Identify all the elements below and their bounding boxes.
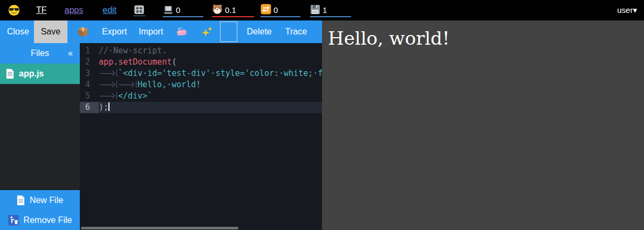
file-icon [6, 69, 14, 79]
file-name: app.js [19, 69, 44, 79]
remove-file-label: Remove File [24, 215, 72, 225]
brand-link[interactable]: TF [36, 5, 47, 15]
sparkles-icon[interactable] [201, 26, 213, 38]
workspace: Files « app.js New File [0, 43, 322, 230]
code-line: 1//·New·script. [80, 45, 322, 57]
export-button[interactable]: Export [102, 27, 127, 37]
import-button[interactable]: Import [139, 27, 163, 37]
code-token: ( [172, 57, 176, 67]
main-area: Close Save Export Import Delete Trace [0, 20, 644, 230]
package-icon[interactable] [77, 26, 89, 38]
control-knobs-icon[interactable] [133, 4, 145, 16]
apps-link[interactable]: apps [65, 5, 84, 15]
floppy-counter-value: 1 [323, 6, 327, 15]
laptop-counter-value: 0 [176, 6, 180, 15]
code-line: 5</div>` [80, 90, 322, 102]
preview-text: Hello, world! [328, 27, 644, 49]
code-line-content[interactable]: ); [99, 102, 322, 113]
delete-button[interactable]: Delete [247, 27, 272, 37]
repeat-counter-field[interactable]: 0 [261, 3, 300, 17]
sidebar-actions: New File Remove File [0, 190, 80, 230]
editor-lines: 1//·New·script.2app.setDocument(3`<div·i… [80, 45, 322, 113]
hamster-counter-field[interactable]: 0.1 [212, 3, 254, 17]
save-button[interactable]: Save [34, 20, 67, 43]
files-header: Files « [0, 43, 80, 64]
trace-button[interactable]: Trace [285, 27, 307, 37]
code-line-content[interactable]: `<div·id='test-div'·style='color:·white;… [99, 68, 322, 79]
close-button[interactable]: Close [7, 27, 29, 37]
code-line-content[interactable]: //·New·script. [99, 45, 322, 57]
hamster-icon [212, 4, 223, 15]
code-token: </div>` [118, 91, 152, 101]
new-file-icon [17, 196, 25, 205]
line-number: 6 [80, 102, 99, 113]
text-cursor [108, 102, 109, 111]
line-number: 3 [80, 68, 99, 79]
new-file-button[interactable]: New File [0, 190, 80, 210]
file-item[interactable]: app.js [0, 64, 80, 84]
code-line: 3`<div·id='test-div'·style='color:·white… [80, 68, 322, 79]
toolbar-input[interactable] [220, 22, 237, 42]
tab-marker [99, 69, 117, 76]
code-line: 6); [80, 102, 322, 113]
code-line: 2app.setDocument( [80, 57, 322, 68]
code-token: `<div·id='test-div'·style='color:·white;… [118, 68, 322, 78]
code-token: . [113, 57, 118, 67]
files-sidebar: Files « app.js New File [0, 43, 80, 230]
tab-marker [118, 81, 136, 88]
floppy-counter-field[interactable]: 1 [310, 3, 351, 17]
floppy-icon [310, 4, 320, 15]
preview-pane: Hello, world! [322, 20, 644, 230]
laptop-icon [163, 5, 174, 15]
hamster-counter-value: 0.1 [225, 6, 236, 15]
code-editor[interactable]: 1//·New·script.2app.setDocument(3`<div·i… [80, 43, 322, 230]
code-token: //·New·script. [99, 46, 167, 55]
file-list: app.js [0, 64, 80, 84]
repeat-counter-value: 0 [273, 6, 278, 15]
line-number: 4 [80, 79, 99, 90]
ide-pane: Close Save Export Import Delete Trace [0, 20, 322, 230]
top-menubar: TF apps edit 0 0.1 [0, 0, 644, 20]
code-token: app [99, 57, 113, 67]
edit-link[interactable]: edit [102, 5, 117, 15]
code-token: setDocument [118, 57, 172, 67]
repeat-icon [261, 4, 271, 15]
new-file-label: New File [30, 196, 63, 205]
collapse-sidebar-button[interactable]: « [68, 48, 73, 58]
laptop-counter-field[interactable]: 0 [163, 3, 203, 17]
remove-file-button[interactable]: Remove File [0, 210, 80, 230]
code-token: Hello,·world! [138, 80, 201, 89]
line-number: 2 [80, 57, 99, 68]
editor-toolbar: Close Save Export Import Delete Trace [0, 20, 322, 43]
tab-marker [99, 92, 117, 99]
line-number: 1 [80, 45, 99, 57]
files-header-title: Files [31, 48, 49, 58]
soap-icon[interactable] [176, 26, 188, 38]
editor-hscrollbar-thumb[interactable] [81, 227, 238, 229]
code-line-content[interactable]: </div>` [99, 90, 322, 102]
code-line-content[interactable]: app.setDocument( [99, 57, 322, 68]
sidebar-spacer [0, 84, 80, 190]
tab-marker [99, 81, 117, 88]
litter-bin-icon [8, 215, 19, 226]
code-line: 4Hello,·world! [80, 79, 322, 90]
user-menu[interactable]: user▾ [617, 5, 637, 15]
code-token: ); [99, 102, 108, 112]
code-line-content[interactable]: Hello,·world! [99, 79, 322, 90]
sunglasses-face-icon[interactable] [8, 4, 20, 16]
line-number: 5 [80, 90, 99, 102]
